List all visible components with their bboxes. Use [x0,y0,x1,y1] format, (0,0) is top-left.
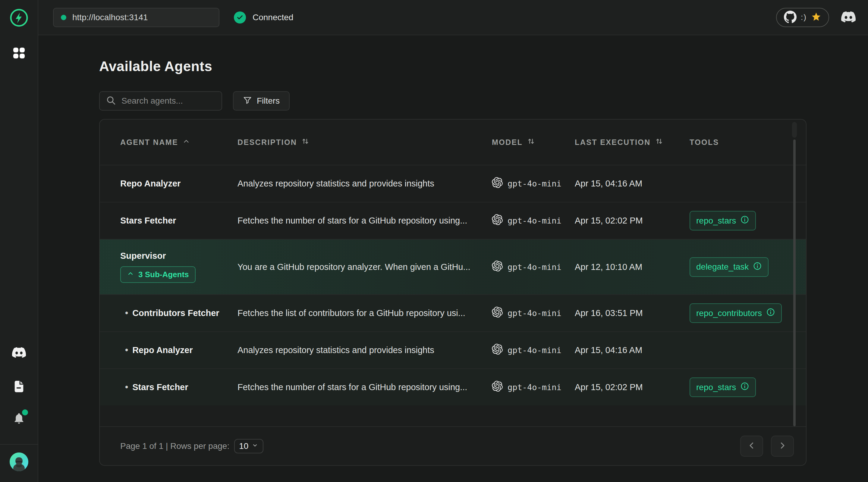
agent-name-cell: Stars Fetcher [100,216,238,226]
last-execution-cell: Apr 16, 03:51 PM [575,308,689,318]
subagent-bullet: • [125,345,128,355]
sort-asc-icon [182,137,190,147]
column-label: AGENT NAME [120,138,178,147]
chevron-right-icon [777,441,787,452]
table-scrollbar-thumb[interactable] [792,122,797,138]
tool-badge-label: repo_contributors [696,309,762,318]
chevron-up-icon [127,270,134,279]
rows-per-page-select[interactable]: 10 [234,439,264,453]
table-row[interactable]: Repo Analyzer Analyzes repository statis… [100,165,806,202]
prev-page-button[interactable] [740,436,763,457]
controls-row: Filters [99,91,868,110]
openai-icon [492,381,503,394]
table-scrollbar-track[interactable] [793,139,796,426]
sidebar-divider [0,444,38,445]
sidebar-item-dashboard[interactable] [13,47,25,60]
agent-name-cell: •Stars Fetcher [100,382,238,392]
server-url-box[interactable] [53,8,219,27]
column-header-tools: TOOLS [689,138,806,147]
subagents-toggle[interactable]: 3 Sub-Agents [120,266,195,283]
info-icon[interactable] [753,261,762,272]
agent-description-cell: You are a GitHub repository analyzer. Wh… [238,262,492,272]
pagination-summary: Page 1 of 1 | Rows per page: [120,441,229,451]
openai-icon [492,307,503,320]
agent-description-cell: Fetches the number of stars for a GitHub… [238,216,492,226]
column-label: TOOLS [689,138,719,147]
openai-icon [492,261,503,274]
table-row-subagent[interactable]: •Stars Fetcher Fetches the number of sta… [100,368,806,406]
tool-badge-label: repo_stars [696,216,736,226]
tool-badge[interactable]: repo_contributors [689,303,782,323]
agent-model-cell: gpt-4o-mini [492,344,575,357]
connection-status: Connected [234,11,293,24]
table-footer: Page 1 of 1 | Rows per page: 10 [100,426,806,465]
agent-description-cell: Analyzes repository statistics and provi… [238,345,492,355]
search-icon [106,95,116,107]
agent-description-cell: Fetches the number of stars for a GitHub… [238,382,492,392]
chevron-down-icon [251,441,258,451]
search-input[interactable] [121,96,216,106]
column-header-model[interactable]: MODEL [492,137,575,147]
avatar-photo [10,454,28,471]
sidebar-item-notifications[interactable] [13,412,25,425]
subagents-label: 3 Sub-Agents [138,270,189,279]
app-logo[interactable] [9,8,29,28]
github-star-button[interactable]: :) [776,8,829,27]
table-header-row: AGENT NAME DESCRIPTION MODEL [100,120,806,165]
server-status-dot [61,15,66,20]
info-icon[interactable] [740,215,749,226]
column-header-description[interactable]: DESCRIPTION [238,137,492,147]
tools-cell: repo_stars [689,211,806,230]
connected-check-icon [234,11,246,24]
openai-icon [492,214,503,227]
search-box[interactable] [99,91,222,110]
lightning-logo-icon [10,24,28,28]
sidebar-item-docs[interactable] [13,380,25,394]
server-url-input[interactable] [72,13,212,22]
pagination-summary-group: Page 1 of 1 | Rows per page: 10 [120,439,264,453]
next-page-button[interactable] [771,436,794,457]
file-text-icon [13,380,25,394]
tools-cell: repo_contributors [689,303,806,323]
tools-cell: repo_stars [689,378,806,397]
openai-icon [492,344,503,357]
user-avatar[interactable] [10,452,28,471]
column-label: DESCRIPTION [238,138,297,147]
connection-status-label: Connected [253,13,293,22]
topbar: Connected :) [38,0,868,35]
agent-name-cell: Supervisor 3 Sub-Agents [100,251,238,283]
agent-name-cell: Repo Analyzer [100,179,238,189]
column-header-last-execution[interactable]: LAST EXECUTION [575,137,689,147]
table-row-supervisor[interactable]: Supervisor 3 Sub-Agents You are a GitHub… [100,239,806,294]
sidebar [0,0,38,482]
chevron-left-icon [747,441,757,452]
column-header-agent-name[interactable]: AGENT NAME [100,137,238,147]
info-icon[interactable] [740,382,749,393]
discord-icon [12,346,26,360]
table-row-subagent[interactable]: •Contributors Fetcher Fetches the list o… [100,294,806,331]
info-icon[interactable] [766,308,775,319]
agent-model-cell: gpt-4o-mini [492,261,575,274]
subagent-bullet: • [125,382,128,392]
pagination-buttons [740,436,794,457]
table-row-subagent[interactable]: •Repo Analyzer Analyzes repository stati… [100,331,806,368]
rows-per-page-value: 10 [239,441,248,451]
last-execution-cell: Apr 12, 10:10 AM [575,262,689,272]
agent-model-cell: gpt-4o-mini [492,177,575,190]
sidebar-item-discord[interactable] [12,346,26,360]
tool-badge[interactable]: delegate_task [689,257,769,277]
filters-button[interactable]: Filters [233,91,290,110]
last-execution-cell: Apr 15, 04:16 AM [575,345,689,355]
github-smiley-text: :) [801,13,807,22]
table-row[interactable]: Stars Fetcher Fetches the number of star… [100,202,806,239]
page-title: Available Agents [99,58,868,74]
main-content: Available Agents Filters AGENT NAME [38,35,868,482]
tool-badge[interactable]: repo_stars [689,211,756,230]
star-icon [811,12,821,23]
tools-cell: delegate_task [689,257,806,277]
tool-badge-label: repo_stars [696,383,736,392]
discord-link-button[interactable] [841,10,856,25]
column-label: LAST EXECUTION [575,138,651,147]
tool-badge[interactable]: repo_stars [689,378,756,397]
agent-name-cell: •Repo Analyzer [100,345,238,355]
